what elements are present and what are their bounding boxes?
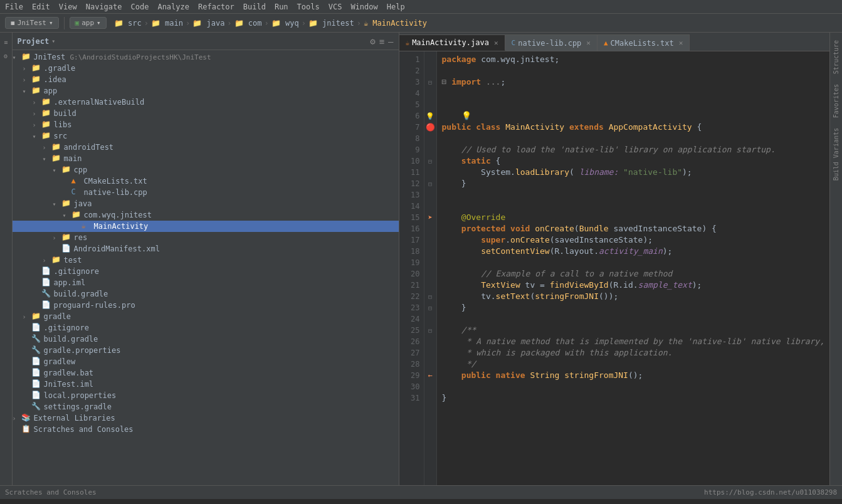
tree-item-scratches-and-consoles[interactable]: 📋Scratches and Consoles — [13, 424, 399, 435]
tree-item-com-wyq-jnitest[interactable]: ▾📁com.wyq.jnitest — [13, 209, 399, 221]
tree-item-androidtest[interactable]: ›📁androidTest — [13, 142, 399, 153]
tree-item-libs[interactable]: ›📁libs — [13, 119, 399, 130]
tree-item-test[interactable]: ›📁test — [13, 255, 399, 266]
minimize-icon[interactable]: — — [388, 36, 393, 46]
menu-tools[interactable]: Tools — [297, 3, 320, 11]
tree-item-gradlew-bat[interactable]: 📄gradlew.bat — [13, 367, 399, 379]
main-layout: ≡ ⚙ Project ▾ ⚙ ≡ — ▾📁JniTest G:\Android… — [0, 33, 842, 485]
code-content[interactable]: package com.wyq.jnitest;⊟ import ...; 💡p… — [437, 51, 830, 485]
line-number: 13 — [403, 189, 420, 201]
gitignore-icon: 📄 — [41, 266, 51, 276]
menu-build[interactable]: Build — [243, 3, 266, 11]
fold-icon: ⊟ — [428, 181, 432, 187]
tree-item--gradle[interactable]: ›📁.gradle — [13, 63, 399, 74]
breadcrumb-src[interactable]: 📁 src — [114, 19, 142, 28]
menu-view[interactable]: View — [59, 3, 77, 11]
tree-item-name: .externalNativeBuild — [54, 98, 145, 107]
cpp-icon: C — [71, 187, 82, 197]
folder-icon: 📁 — [41, 108, 51, 118]
tree-item-res[interactable]: ›📁res — [13, 232, 399, 243]
tree-item-java[interactable]: ▾📁java — [13, 198, 399, 209]
menu-refactor[interactable]: Refactor — [198, 3, 234, 11]
gutter-line: ⊟ — [424, 302, 436, 313]
project-icon: ◼ — [11, 19, 15, 27]
tree-item-name: MainActivity — [94, 222, 149, 231]
tree-item-app[interactable]: ▾📁app — [13, 85, 399, 97]
menu-navigate[interactable]: Navigate — [86, 3, 122, 11]
tree-item--externalnativebuild[interactable]: ›📁.externalNativeBuild — [13, 97, 399, 108]
gear-icon[interactable]: ⚙ — [370, 36, 375, 46]
code-line: } — [442, 302, 825, 313]
tree-item-build[interactable]: ›📁build — [13, 108, 399, 119]
tree-item-name: JniTest G:\AndroidStudioProjectsHK\JniTe… — [34, 53, 211, 61]
tree-item-name: src — [54, 132, 68, 140]
menu-file[interactable]: File — [5, 3, 23, 11]
tree-item-proguard-rules-pro[interactable]: 📄proguard-rules.pro — [13, 300, 399, 311]
tree-item-name: .gitignore — [44, 323, 89, 332]
scratches-label[interactable]: Scratches and Consoles — [5, 488, 97, 496]
tree-item-build-gradle[interactable]: 🔧build.gradle — [13, 288, 399, 300]
favorites-tool[interactable]: Favorites — [830, 79, 842, 123]
left-strip-icon-2[interactable]: ⚙ — [1, 51, 11, 61]
tree-item-jnitest[interactable]: ▾📁JniTest G:\AndroidStudioProjectsHK\Jni… — [13, 51, 399, 63]
breadcrumb-com[interactable]: 📁 com — [234, 19, 262, 28]
structure-tool[interactable]: Structure — [830, 35, 842, 79]
tree-item-cmakelists-txt[interactable]: ▲CMakeLists.txt — [13, 176, 399, 187]
menu-code[interactable]: Code — [131, 3, 149, 11]
tree-item-build-gradle[interactable]: 🔧build.gradle — [13, 333, 399, 345]
expand-arrow: ▾ — [53, 167, 61, 174]
tree-item-app-iml[interactable]: 📄app.iml — [13, 277, 399, 288]
tab-mainactivity[interactable]: ☕ MainActivity.java ✕ — [399, 34, 505, 51]
tree-item-jnitest-iml[interactable]: 📄JniTest.iml — [13, 379, 399, 390]
menu-help[interactable]: Help — [387, 3, 405, 11]
tree-item-name: app.iml — [54, 278, 86, 287]
tree-item-native-lib-cpp[interactable]: Cnative-lib.cpp — [13, 187, 399, 198]
tab-cmakelists[interactable]: ▲ CMakeLists.txt ✕ — [597, 34, 690, 51]
tree-item-gradle[interactable]: ›📁gradle — [13, 311, 399, 322]
line-number: 20 — [403, 268, 420, 280]
tree-item-external-libraries[interactable]: ›📚External Libraries — [13, 412, 399, 424]
gutter-line — [424, 167, 436, 178]
menu-vcs[interactable]: VCS — [329, 3, 342, 11]
menu-window[interactable]: Window — [350, 3, 377, 11]
breadcrumb-mainactivity[interactable]: ☕ MainActivity — [364, 19, 427, 28]
code-line — [442, 88, 825, 99]
tree-item-name: Scratches and Consoles — [34, 425, 134, 434]
breadcrumb-java[interactable]: 📁 java — [192, 19, 224, 28]
breadcrumb-wyq[interactable]: 📁 wyq — [271, 19, 299, 28]
tree-item-local-properties[interactable]: 📄local.properties — [13, 390, 399, 401]
breadcrumb-jnitest[interactable]: 📁 jnitest — [308, 19, 354, 28]
tree-item--gitignore[interactable]: 📄.gitignore — [13, 266, 399, 277]
gutter-line — [424, 336, 436, 347]
tree-item-main[interactable]: ▾📁main — [13, 153, 399, 164]
tab-native-lib[interactable]: C native-lib.cpp ✕ — [505, 34, 597, 51]
collapse-arrow: › — [23, 313, 31, 320]
menu-run[interactable]: Run — [275, 3, 288, 11]
tree-item-src[interactable]: ▾📁src — [13, 130, 399, 142]
tree-item-name: java — [74, 199, 92, 208]
java-icon: ☕ — [82, 221, 92, 231]
project-selector-button[interactable]: ◼ JniTest ▾ — [5, 17, 59, 29]
menu-edit[interactable]: Edit — [32, 3, 50, 11]
tree-item--gitignore[interactable]: 📄.gitignore — [13, 322, 399, 333]
settings-icon[interactable]: ≡ — [379, 36, 384, 46]
tree-item-gradlew[interactable]: 📄gradlew — [13, 356, 399, 367]
tree-item-name: com.wyq.jnitest — [84, 211, 152, 219]
left-strip-icon-1[interactable]: ≡ — [1, 37, 11, 47]
line-number: 8 — [403, 133, 420, 144]
menu-analyze[interactable]: Analyze — [157, 3, 189, 11]
tree-item-mainactivity[interactable]: ☕MainActivity — [13, 221, 399, 232]
tab-native-lib-close[interactable]: ✕ — [586, 39, 591, 47]
tree-item--idea[interactable]: ›📁.idea — [13, 74, 399, 85]
tab-cmakelists-close[interactable]: ✕ — [679, 39, 683, 47]
build-variants-tool[interactable]: Build Variants — [830, 123, 842, 186]
tree-item-name: gradle.properties — [44, 346, 121, 355]
tree-item-cpp[interactable]: ▾📁cpp — [13, 164, 399, 176]
xml-icon: 📄 — [61, 244, 71, 254]
tree-item-settings-gradle[interactable]: 🔧settings.gradle — [13, 401, 399, 412]
tree-item-gradle-properties[interactable]: 🔧gradle.properties — [13, 345, 399, 356]
tree-item-androidmanifest-xml[interactable]: 📄AndroidManifest.xml — [13, 243, 399, 255]
module-button[interactable]: ▣ app ▾ — [70, 17, 107, 29]
tab-mainactivity-close[interactable]: ✕ — [494, 39, 498, 47]
breadcrumb-main[interactable]: 📁 main — [151, 19, 183, 28]
